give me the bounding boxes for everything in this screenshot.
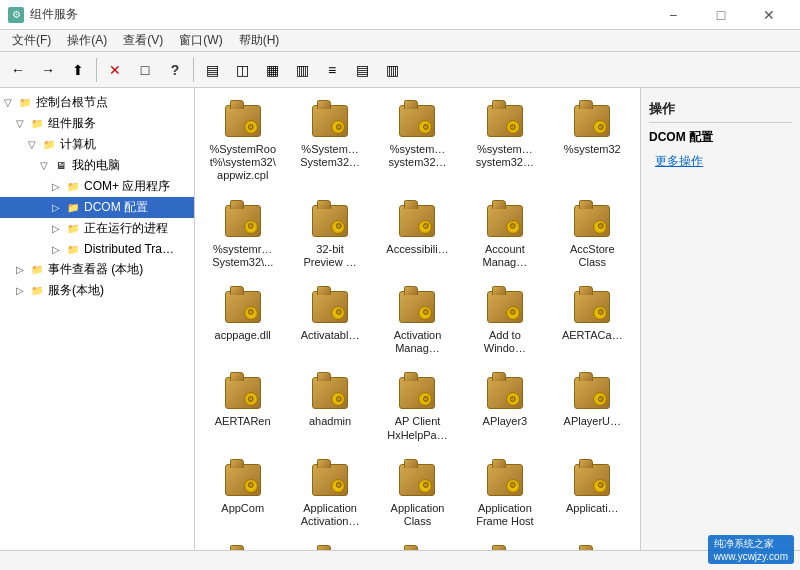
toolbar-view2[interactable]: ◫ (228, 56, 256, 84)
icon-label: 32-bit Preview … (295, 243, 364, 269)
icon-item[interactable]: ⚙appwiz.cpl (378, 541, 457, 550)
icon-item[interactable]: ⚙32-bit Preview … (290, 196, 369, 274)
toolbar-back[interactable]: ← (4, 56, 32, 84)
icon-box: ⚙ (225, 105, 261, 137)
icon-item[interactable]: ⚙Activation Manag… (378, 282, 457, 360)
toolbar: ← → ⬆ ✕ □ ? ▤ ◫ ▦ ▥ ≡ ▤ ▥ (0, 52, 800, 88)
icon-item[interactable]: ⚙Applicati… (553, 455, 632, 533)
menu-action[interactable]: 操作(A) (59, 30, 115, 51)
menu-file[interactable]: 文件(F) (4, 30, 59, 51)
expand-comp[interactable]: ▽ (26, 139, 38, 150)
icon-item[interactable]: ⚙AERTACa… (553, 282, 632, 360)
icon-item[interactable]: ⚙Application Activation… (290, 455, 369, 533)
icon-badge: ⚙ (418, 120, 432, 134)
folder-icon-ev: 📁 (29, 262, 45, 278)
maximize-button[interactable]: □ (698, 0, 744, 30)
tree-item-mypc[interactable]: ▽ 🖥 我的电脑 (0, 155, 194, 176)
icon-item[interactable]: ⚙AP Client HxHelpPa… (378, 368, 457, 446)
toolbar-sep-2 (193, 58, 194, 82)
expand-run[interactable]: ▷ (50, 223, 62, 234)
icon-label: AccStore Class (558, 243, 627, 269)
main-layout: ▽ 📁 控制台根节点 ▽ 📁 组件服务 ▽ 📁 计算机 ▽ 🖥 我的电脑 ▷ 📁… (0, 88, 800, 550)
toolbar-view4[interactable]: ▥ (288, 56, 316, 84)
menu-view[interactable]: 查看(V) (115, 30, 171, 51)
icon-img: ⚙ (223, 460, 263, 500)
toolbar-forward[interactable]: → (34, 56, 62, 84)
icon-item[interactable]: ⚙APlayerU… (553, 368, 632, 446)
expand-dist[interactable]: ▷ (50, 244, 62, 255)
toolbar-help[interactable]: ? (161, 56, 189, 84)
menu-window[interactable]: 窗口(W) (171, 30, 230, 51)
icon-item[interactable]: ⚙Authenti… UI CredU (553, 541, 632, 550)
icon-badge: ⚙ (331, 479, 345, 493)
icon-item[interactable]: ⚙Application Class (378, 455, 457, 533)
app-icon: ⚙ (8, 7, 24, 23)
icon-item[interactable]: ⚙Activatabl… (290, 282, 369, 360)
expand-mypc[interactable]: ▽ (38, 160, 50, 171)
icon-item[interactable]: ⚙AppVClient (290, 541, 369, 550)
icon-badge: ⚙ (331, 120, 345, 134)
icon-item[interactable]: ⚙%systemr…System32\... (203, 196, 282, 274)
icon-item[interactable]: ⚙APlayer3 (465, 368, 544, 446)
tree-item-dcom[interactable]: ▷ 📁 DCOM 配置 (0, 197, 194, 218)
icon-item[interactable]: ⚙%system…system32… (378, 96, 457, 188)
tree-item-services[interactable]: ▷ 📁 服务(本地) (0, 280, 194, 301)
toolbar-view7[interactable]: ▥ (378, 56, 406, 84)
tree-item-component-services[interactable]: ▽ 📁 组件服务 (0, 113, 194, 134)
icon-item[interactable]: ⚙ahadmin (290, 368, 369, 446)
toolbar-view6[interactable]: ▤ (348, 56, 376, 84)
icon-item[interactable]: ⚙AccStore Class (553, 196, 632, 274)
icon-item[interactable]: ⚙%system32 (553, 96, 632, 188)
icon-badge: ⚙ (244, 392, 258, 406)
icon-label: %systemr…System32\... (208, 243, 277, 269)
icon-item[interactable]: ⚙AppReadi… Service (203, 541, 282, 550)
icon-label: AP Client HxHelpPa… (383, 415, 452, 441)
minimize-button[interactable]: − (650, 0, 696, 30)
expand-ev[interactable]: ▷ (14, 264, 26, 275)
tree-item-root[interactable]: ▽ 📁 控制台根节点 (0, 92, 194, 113)
menu-help[interactable]: 帮助(H) (231, 30, 288, 51)
expand-svc[interactable]: ▷ (14, 285, 26, 296)
icon-item[interactable]: ⚙%SystemRoot%\system32\appwiz.cpl (203, 96, 282, 188)
icon-item[interactable]: ⚙Accessibili… (378, 196, 457, 274)
tree-item-distributed[interactable]: ▷ 📁 Distributed Tra… (0, 239, 194, 259)
action-more[interactable]: 更多操作 (649, 150, 792, 173)
tree-item-com-plus[interactable]: ▷ 📁 COM+ 应用程序 (0, 176, 194, 197)
content-scroll[interactable]: ⚙%SystemRoot%\system32\appwiz.cpl⚙%Syste… (195, 88, 640, 550)
expand-root[interactable]: ▽ (2, 97, 14, 108)
tree-panel[interactable]: ▽ 📁 控制台根节点 ▽ 📁 组件服务 ▽ 📁 计算机 ▽ 🖥 我的电脑 ▷ 📁… (0, 88, 195, 550)
toolbar-view5[interactable]: ≡ (318, 56, 346, 84)
toolbar-up[interactable]: ⬆ (64, 56, 92, 84)
folder-icon-com: 📁 (65, 179, 81, 195)
toolbar-view1[interactable]: ▤ (198, 56, 226, 84)
icon-item[interactable]: ⚙AERTARen (203, 368, 282, 446)
icon-label: APlayerU… (564, 415, 621, 428)
icon-img: ⚙ (223, 546, 263, 550)
icon-img: ⚙ (485, 287, 525, 327)
tree-item-computer[interactable]: ▽ 📁 计算机 (0, 134, 194, 155)
icon-item[interactable]: ⚙Account Manag… (465, 196, 544, 274)
icon-item[interactable]: ⚙acppage.dll (203, 282, 282, 360)
icon-img: ⚙ (397, 287, 437, 327)
icon-img: ⚙ (223, 201, 263, 241)
icon-img: ⚙ (310, 373, 350, 413)
icon-item[interactable]: ⚙Application Frame Host (465, 455, 544, 533)
actions-section-title: DCOM 配置 (649, 129, 792, 146)
expand-cs[interactable]: ▽ (14, 118, 26, 129)
toolbar-view3[interactable]: ▦ (258, 56, 286, 84)
tree-item-event-viewer[interactable]: ▷ 📁 事件查看器 (本地) (0, 259, 194, 280)
tree-item-running[interactable]: ▷ 📁 正在运行的进程 (0, 218, 194, 239)
icon-item[interactable]: ⚙Add to Windo… (465, 282, 544, 360)
folder-icon-dcom: 📁 (65, 200, 81, 216)
icon-item[interactable]: ⚙AppCom (203, 455, 282, 533)
toolbar-copy[interactable]: □ (131, 56, 159, 84)
icon-item[interactable]: ⚙%System…System32… (290, 96, 369, 188)
expand-com[interactable]: ▷ (50, 181, 62, 192)
icon-box: ⚙ (574, 105, 610, 137)
icon-box: ⚙ (225, 464, 261, 496)
icon-item[interactable]: ⚙%system…system32… (465, 96, 544, 188)
close-button[interactable]: ✕ (746, 0, 792, 30)
toolbar-stop[interactable]: ✕ (101, 56, 129, 84)
icon-item[interactable]: ⚙Authenti… UI CredUI… (465, 541, 544, 550)
expand-dcom[interactable]: ▷ (50, 202, 62, 213)
